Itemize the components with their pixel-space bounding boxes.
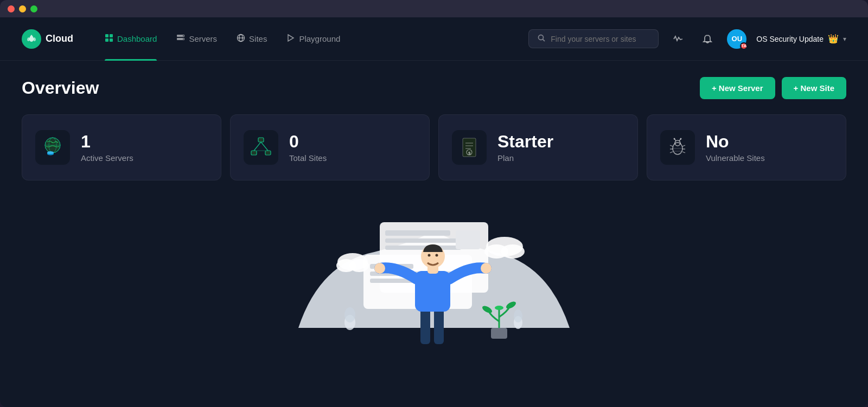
svg-point-73 — [428, 254, 431, 257]
stat-card-total-sites: 0 Total Sites — [230, 114, 430, 180]
svg-point-74 — [436, 254, 438, 257]
vulnerable-sites-value: No — [706, 132, 765, 151]
close-button[interactable] — [8, 5, 15, 12]
new-server-button[interactable]: + New Server — [700, 77, 775, 99]
svg-line-44 — [682, 152, 685, 153]
search-input[interactable] — [551, 35, 648, 43]
svg-marker-11 — [288, 35, 293, 41]
minimize-button[interactable] — [19, 5, 26, 12]
illustration-wrap — [22, 198, 846, 350]
svg-point-65 — [501, 244, 525, 259]
sites-icon — [237, 34, 245, 44]
search-box[interactable] — [528, 29, 659, 48]
svg-rect-48 — [385, 230, 450, 236]
nav-item-dashboard[interactable]: Dashboard — [95, 17, 167, 61]
new-site-button[interactable]: + New Site — [782, 77, 846, 99]
nav-item-servers[interactable]: Servers — [167, 17, 227, 61]
total-sites-icon-wrap — [244, 130, 278, 165]
svg-point-20 — [47, 151, 54, 154]
svg-point-38 — [680, 138, 682, 140]
svg-rect-0 — [105, 34, 108, 37]
logo[interactable]: Cloud — [22, 29, 73, 49]
nav-playground-label: Playground — [299, 34, 340, 43]
svg-rect-66 — [420, 306, 430, 344]
svg-rect-3 — [110, 38, 113, 42]
svg-line-13 — [543, 40, 545, 42]
dashboard-icon — [105, 34, 113, 44]
svg-point-59 — [514, 309, 522, 322]
vulnerable-sites-info: No Vulnerable Sites — [706, 132, 765, 163]
vulnerable-sites-icon-wrap — [660, 130, 695, 165]
svg-rect-21 — [258, 138, 264, 142]
nav-item-playground[interactable]: Playground — [277, 17, 350, 61]
overview-header: Overview + New Server + New Site — [22, 77, 846, 99]
svg-point-6 — [183, 35, 184, 36]
svg-rect-1 — [110, 34, 113, 37]
plan-icon-wrap: $ — [452, 130, 487, 165]
svg-point-36 — [674, 138, 675, 140]
stat-card-vulnerable-sites: No Vulnerable Sites — [647, 114, 846, 180]
svg-point-79 — [495, 306, 503, 310]
svg-rect-75 — [491, 328, 507, 339]
hero-illustration — [266, 198, 602, 350]
plan-value: Starter — [497, 132, 553, 151]
svg-line-39 — [670, 145, 673, 146]
crown-icon: 👑 — [828, 34, 839, 44]
logo-text: Cloud — [46, 33, 73, 44]
active-servers-label: Active Servers — [81, 153, 133, 163]
svg-point-12 — [539, 35, 544, 40]
active-servers-icon-wrap — [35, 130, 70, 165]
activity-icon-btn[interactable] — [668, 29, 688, 49]
nav-servers-label: Servers — [189, 34, 217, 43]
svg-rect-51 — [456, 230, 480, 249]
total-sites-label: Total Sites — [289, 153, 327, 163]
svg-rect-22 — [251, 151, 257, 155]
total-sites-value: 0 — [289, 132, 327, 151]
vulnerable-sites-label: Vulnerable Sites — [706, 153, 765, 163]
main-content: Overview + New Server + New Site — [0, 61, 868, 407]
top-nav: Cloud Dashboard — [0, 17, 868, 61]
svg-point-58 — [344, 307, 355, 322]
active-servers-value: 1 — [81, 132, 133, 151]
svg-point-69 — [374, 263, 385, 274]
vulnerable-sites-icon — [665, 134, 691, 160]
window-chrome — [0, 0, 868, 17]
stat-card-active-servers: 1 Active Servers — [22, 114, 221, 180]
servers-icon — [176, 34, 185, 44]
avatar[interactable]: OU TA — [727, 29, 746, 49]
svg-rect-23 — [265, 151, 271, 155]
nav-dashboard-label: Dashboard — [117, 34, 157, 43]
os-security-label: OS Security Update — [756, 35, 824, 43]
maximize-button[interactable] — [30, 5, 37, 12]
playground-icon — [286, 34, 295, 44]
overview-title: Overview — [22, 78, 99, 98]
os-security-update[interactable]: OS Security Update 👑 ▾ — [756, 34, 846, 44]
svg-point-62 — [349, 259, 369, 272]
svg-line-24 — [254, 142, 261, 151]
search-icon — [538, 34, 545, 43]
active-servers-icon — [40, 134, 66, 160]
stat-card-plan: $ Starter Plan — [438, 114, 638, 180]
plan-label: Plan — [497, 153, 553, 163]
logo-icon — [22, 29, 41, 49]
notification-icon-btn[interactable] — [698, 29, 717, 49]
user-badge: TA — [740, 42, 748, 50]
svg-rect-2 — [105, 38, 108, 42]
total-sites-info: 0 Total Sites — [289, 132, 327, 163]
svg-line-41 — [670, 152, 673, 153]
nav-right: OU TA OS Security Update 👑 ▾ — [528, 29, 846, 49]
plan-icon: $ — [456, 134, 482, 160]
app-body: Cloud Dashboard — [0, 17, 868, 407]
nav-links: Dashboard Servers — [95, 17, 528, 61]
active-servers-info: 1 Active Servers — [81, 132, 133, 163]
stats-grid: 1 Active Servers — [22, 114, 846, 180]
nav-sites-label: Sites — [249, 34, 267, 43]
svg-rect-50 — [385, 246, 461, 250]
svg-rect-67 — [434, 306, 444, 344]
svg-line-42 — [682, 145, 685, 146]
svg-point-7 — [183, 38, 184, 40]
chevron-down-icon: ▾ — [843, 35, 846, 43]
nav-item-sites[interactable]: Sites — [227, 17, 277, 61]
plan-info: Starter Plan — [497, 132, 553, 163]
svg-line-25 — [261, 142, 268, 151]
